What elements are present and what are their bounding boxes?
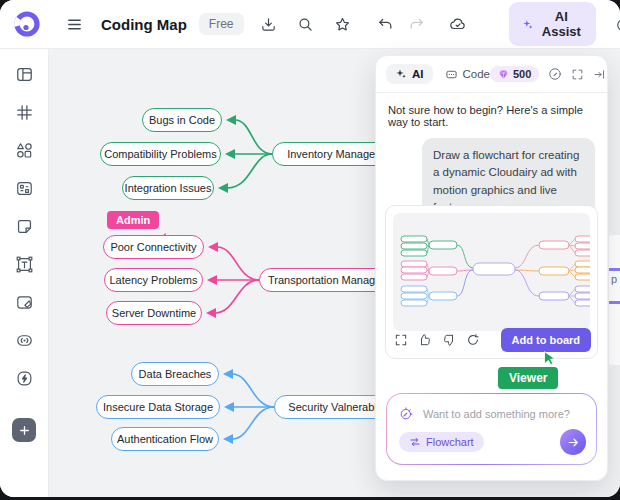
arrow-right-icon — [567, 436, 580, 449]
tools-sidebar — [0, 48, 49, 497]
mindmap-node[interactable]: Compatibility Problems — [100, 142, 221, 166]
mindmap-node[interactable]: Insecure Data Storage — [96, 395, 220, 419]
redo-icon[interactable] — [408, 16, 425, 33]
sparkle-icon — [395, 68, 407, 80]
timer-icon[interactable] — [614, 15, 620, 33]
undo-icon[interactable] — [377, 16, 394, 33]
templates-icon[interactable] — [14, 64, 34, 84]
mindmap-node[interactable]: Bugs in Code — [142, 108, 222, 132]
mindmap-node[interactable]: Poor Connectivity — [103, 235, 204, 259]
menu-icon[interactable] — [66, 16, 83, 33]
document-title[interactable]: Coding Map — [101, 16, 187, 33]
widgets-icon[interactable] — [14, 178, 34, 198]
star-icon[interactable] — [334, 16, 351, 33]
gem-icon — [498, 69, 509, 80]
plan-badge: Free — [199, 13, 244, 35]
mindmap-parent-node[interactable]: Transportation Manager — [259, 268, 394, 292]
credits-badge[interactable]: 500 — [490, 66, 539, 82]
text-box-icon[interactable] — [14, 254, 34, 274]
ai-panel-header: AI Code 500 — [376, 56, 607, 93]
top-toolbar: Coding Map Free AI Assist — [0, 0, 620, 49]
topbar-extra-icons — [614, 15, 620, 33]
cloudairy-logo-icon — [14, 11, 40, 37]
sparkle-icon — [522, 17, 534, 32]
search-icon[interactable] — [297, 16, 314, 33]
add-to-board-button[interactable]: Add to board — [501, 328, 591, 352]
sticky-note-icon[interactable] — [14, 216, 34, 236]
ai-input-box: Flowchart — [386, 393, 597, 465]
cloud-sync-icon[interactable] — [449, 15, 467, 33]
thumbs-down-icon[interactable] — [442, 333, 456, 347]
mindmap-node[interactable]: Data Breaches — [131, 362, 219, 386]
regenerate-icon[interactable] — [466, 333, 480, 347]
board-pen-icon[interactable] — [14, 292, 34, 312]
ai-result-actions: Add to board — [394, 327, 591, 353]
magic-pen-icon — [399, 406, 414, 421]
tab-code[interactable]: Code — [445, 68, 491, 81]
code-icon — [445, 68, 458, 81]
purple-border — [609, 268, 620, 271]
clipped-text: p — [611, 273, 617, 285]
viewer-cursor-icon — [542, 350, 559, 367]
shapes-icon[interactable] — [14, 140, 34, 160]
mindmap-node[interactable]: Integration Issues — [122, 176, 214, 200]
tab-ai[interactable]: AI — [386, 64, 433, 84]
ai-assist-button[interactable]: AI Assist — [509, 2, 596, 46]
purple-border — [609, 301, 620, 304]
collapse-panel-icon[interactable] — [593, 68, 606, 81]
download-icon[interactable] — [260, 16, 277, 33]
ai-preview-minimap — [393, 213, 590, 331]
grid-icon[interactable] — [14, 102, 34, 122]
collaborator-cursor-label: Admin — [107, 211, 159, 229]
mindmap-node[interactable]: Server Downtime — [106, 301, 202, 325]
app-window: Coding Map Free AI Assist — [0, 0, 620, 497]
ai-prompt-input[interactable] — [421, 407, 584, 421]
add-tool-button[interactable] — [12, 418, 36, 442]
expand-icon[interactable] — [571, 68, 584, 81]
automation-icon[interactable] — [14, 368, 34, 388]
ai-assist-panel: AI Code 500 Not sure how to begin? Here'… — [375, 55, 608, 481]
new-chat-icon[interactable] — [548, 67, 562, 81]
mindmap-node[interactable]: Latency Problems — [104, 268, 203, 292]
mindmap-node[interactable]: Authentication Flow — [111, 427, 219, 451]
ai-greeting-text: Not sure how to begin? Here's a simple w… — [388, 104, 595, 128]
flowchart-chip[interactable]: Flowchart — [399, 432, 484, 452]
send-button[interactable] — [560, 429, 586, 455]
clipped-right-panel: p — [609, 235, 620, 365]
thumbs-up-icon[interactable] — [418, 333, 432, 347]
ai-result-card: Add to board — [385, 205, 598, 359]
swap-arrows-icon — [409, 436, 421, 448]
code-block-icon[interactable] — [14, 330, 34, 350]
fullscreen-icon[interactable] — [394, 333, 408, 347]
viewer-cursor-label: Viewer — [498, 367, 558, 389]
